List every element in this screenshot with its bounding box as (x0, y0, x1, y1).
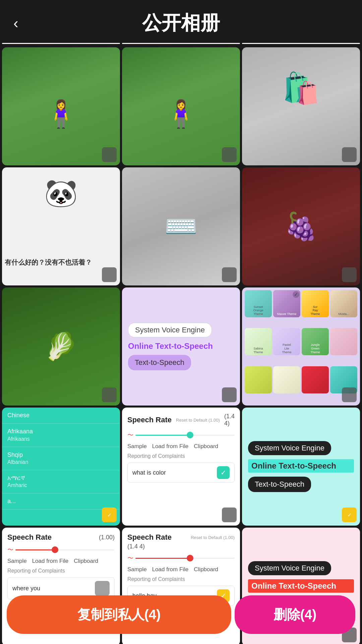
speech-load-w1[interactable]: Load from File (32, 558, 69, 565)
theme-swatch-5[interactable] (245, 366, 272, 393)
grid-item-2[interactable]: 🧍‍♀️ (122, 47, 240, 165)
speech-title-w2: Speech Rate (127, 533, 172, 542)
theme-swatch-sabina[interactable]: SabinaTheme (245, 328, 272, 355)
speech-sample-teal[interactable]: Sample (127, 443, 147, 450)
select-checkbox-4[interactable] (102, 267, 117, 282)
lang-item-albanian[interactable]: Shqip Albanian (2, 447, 120, 470)
grid-item-5[interactable]: ⌨️ (122, 167, 240, 285)
grid-item-4[interactable]: 🐼 有什么好的？没有不也活着？ (2, 167, 120, 285)
tts-btn-purple[interactable]: Text-to-Speech (128, 355, 191, 370)
theme-swatch-7[interactable] (302, 366, 329, 393)
speech-clipboard-teal[interactable]: Clipboard (194, 443, 218, 450)
theme-swatch-6[interactable] (273, 366, 300, 393)
grid-item-1[interactable]: 🧍‍♀️ (2, 47, 120, 165)
grid-item-tts-purple[interactable]: System Voice Engine Online Text-to-Speec… (122, 287, 240, 406)
select-checkbox-1[interactable] (102, 147, 117, 162)
speech-title-w1: Speech Rate (7, 533, 52, 542)
speech-load-w2[interactable]: Load from File (152, 566, 189, 573)
select-checkbox-3[interactable] (342, 147, 357, 162)
engine-btn-purple[interactable]: System Voice Engine (128, 323, 212, 337)
engine-btn-pink[interactable]: System Voice Engine (248, 561, 331, 575)
photo-grid: 🧍‍♀️ 🧍‍♀️ 🛍️ 🐼 有什么好的？没有不也活着？ ⌨️ 🍇 (0, 45, 362, 644)
speech-clipboard-w1[interactable]: Clipboard (74, 558, 98, 565)
divider-2 (122, 43, 240, 44)
speech-complaint-teal: Reporting of Complaints (127, 453, 235, 459)
speech-reset-w2: Reset to Default (1.00) (191, 535, 235, 540)
panda-text: 有什么好的？没有不也活着？ (5, 258, 117, 267)
theme-swatch-4[interactable] (330, 328, 357, 355)
grid-item-speech-teal[interactable]: Speech Rate Reset to Default (1.00) (1.4… (122, 408, 240, 526)
back-button[interactable]: ‹ (13, 15, 18, 32)
speech-clipboard-w2[interactable]: Clipboard (194, 566, 218, 573)
speech-complaint-w2: Reporting of Complaints (127, 576, 235, 582)
action-bar: 复制到私人(4) 删除(4) (0, 590, 362, 644)
grid-item-theme[interactable]: SunsetOrangeTheme ✓ Mauve Theme SurRayTh… (242, 287, 360, 406)
copy-to-private-button[interactable]: 复制到私人(4) (7, 595, 231, 634)
select-checkbox-lang[interactable]: ✓ (102, 507, 117, 522)
select-checkbox-tts-purple[interactable] (222, 387, 237, 402)
input-check-teal[interactable]: ✓ (217, 466, 230, 479)
speech-val-w1: (1.00) (99, 534, 115, 541)
grid-item-3[interactable]: 🛍️ (242, 47, 360, 165)
section-title-cyan: Online Text-to-Speech (248, 459, 354, 473)
select-checkbox-7[interactable] (102, 387, 117, 402)
theme-swatch-0[interactable]: SunsetOrangeTheme (245, 290, 272, 317)
select-checkbox-speech-teal[interactable] (222, 507, 237, 522)
section-title-purple: Online Text-to-Speech (128, 341, 234, 351)
theme-swatch-jungle[interactable]: JungleGreenTheme (302, 328, 329, 355)
select-checkbox-tts-cyan[interactable]: ✓ (342, 507, 357, 522)
lang-item-afrikaans[interactable]: Afrikaana Afrikaans (2, 424, 120, 447)
grid-item-7[interactable]: 🥬 (2, 287, 120, 406)
dividers (0, 43, 362, 45)
select-checkbox-6[interactable] (342, 267, 357, 282)
theme-swatch-mauve[interactable]: ✓ Mauve Theme (273, 290, 300, 317)
speech-title-teal: Speech Rate (127, 416, 172, 424)
speech-val-w2: (1.4 4) (127, 543, 145, 550)
grid-item-lang[interactable]: Chinese Afrikaana Afrikaans Shqip Albani… (2, 408, 120, 526)
lang-item-amharic[interactable]: አማርኛ Amharic (2, 470, 120, 493)
speech-val-teal: (1.44) (224, 413, 235, 427)
grid-item-6[interactable]: 🍇 (242, 167, 360, 285)
divider-1 (2, 43, 120, 44)
select-checkbox-5[interactable] (222, 267, 237, 282)
theme-swatch-pastel[interactable]: PastelLiteTheme (273, 328, 300, 355)
mauve-theme-label: Mauve Theme (277, 312, 296, 316)
grid-item-tts-cyan[interactable]: System Voice Engine Online Text-to-Speec… (242, 408, 360, 526)
header: ‹ 公开相册 (0, 0, 362, 43)
speech-load-teal[interactable]: Load from File (152, 443, 189, 450)
theme-swatch-musta[interactable]: Musta... (330, 290, 357, 317)
speech-input-teal[interactable]: what is color ✓ (127, 463, 235, 483)
select-checkbox-2[interactable] (222, 147, 237, 162)
page-title: 公开相册 (142, 10, 220, 36)
theme-swatch-sun[interactable]: SurRayTheme (302, 290, 329, 317)
speech-sample-w1[interactable]: Sample (7, 558, 27, 565)
speech-sample-w2[interactable]: Sample (127, 566, 147, 573)
divider-3 (242, 43, 360, 44)
engine-btn-cyan[interactable]: System Voice Engine (248, 441, 331, 455)
lang-item-chinese[interactable]: Chinese (2, 408, 120, 424)
speech-complaint-w1: Reporting of Complaints (7, 568, 115, 574)
tts-btn-cyan[interactable]: Text-to-Speech (248, 477, 311, 492)
delete-button[interactable]: 删除(4) (235, 595, 355, 634)
select-checkbox-theme[interactable] (342, 387, 357, 402)
speech-reset-teal: Reset to Default (1.00) (176, 418, 220, 423)
lang-item-more[interactable]: a... (2, 493, 120, 509)
